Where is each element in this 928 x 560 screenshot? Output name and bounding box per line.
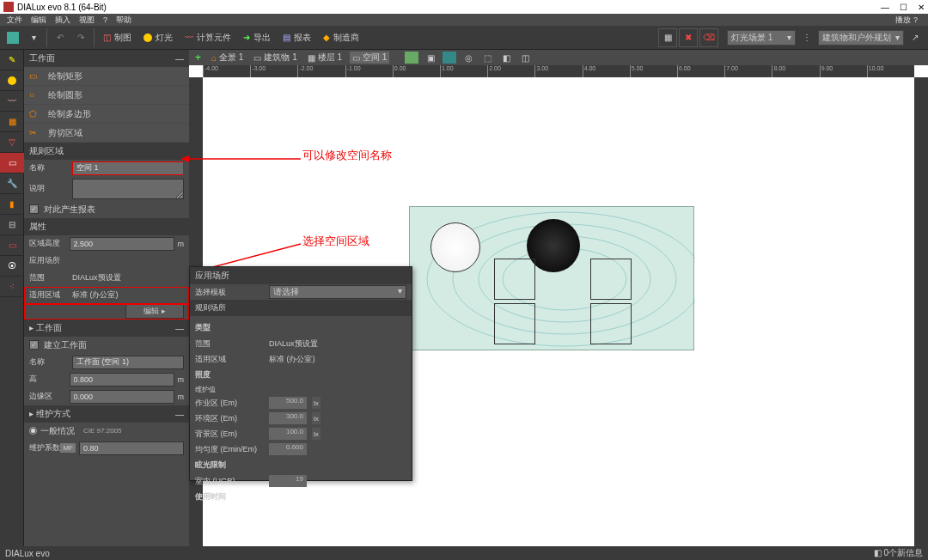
lt-bulb[interactable] [0,70,24,91]
vbtn5[interactable]: ⬚ [480,52,494,64]
calc-point-3[interactable] [494,303,535,344]
status-right[interactable]: ◧ 0个新信息 [874,547,923,559]
tab-export[interactable]: ➜导出 [238,28,276,47]
template-label: 选择模板 [195,287,264,298]
lt-plan[interactable]: ▭ [0,153,24,173]
luminaire-1[interactable] [430,222,480,272]
worker-v[interactable]: 500.0 [269,397,307,409]
sec-worksurface[interactable]: 工作面— [24,50,189,67]
vt-building[interactable]: ▭建筑物 1 [251,52,299,64]
space-name-input[interactable] [72,161,184,175]
status-left: DIALux evo [5,549,50,558]
menu-file[interactable]: 文件 [3,15,26,26]
lt-l7[interactable]: ▭ [0,235,24,256]
view-select[interactable]: 建筑物和户外规划▾ [818,30,904,46]
calc-point-2[interactable] [590,259,632,300]
tool-a[interactable]: ▦ [658,28,677,47]
tool-c[interactable]: ⌫ [699,28,718,47]
menu-edit[interactable]: 编辑 [27,15,50,26]
p-scope-l: 范围 [195,338,264,350]
vbtn2[interactable]: ▣ [424,52,437,64]
vbtn4[interactable]: ◎ [461,52,475,64]
dropdown-button[interactable]: ▾ [24,28,43,47]
vt-all[interactable]: ⌂全景 1 [209,52,246,64]
unif-v[interactable]: 0.600 [269,443,307,455]
sec-ws2[interactable]: ▸ 工作面— [24,320,189,337]
side-panel: 工作面— ▭绘制矩形 ○绘制圆形 ⬠绘制多边形 ✂剪切区域 规则区域 名称 说明… [24,50,189,546]
lt-wrench[interactable]: 🔧 [0,173,24,194]
left-toolbar: ✎ 〰 ▦ ▽ ▭ 🔧 ▮ ⊟ ▭ ⦿ ⁖ [0,50,24,546]
tool-clip[interactable]: ✂剪切区域 [24,124,189,143]
edge-input[interactable] [70,390,174,404]
menu-q[interactable]: ? [100,15,111,24]
radio-general[interactable] [29,427,37,435]
vt-add[interactable]: + [192,52,204,64]
room-plan[interactable] [409,206,694,350]
scene-select[interactable]: 灯光场景 1▾ [727,30,796,46]
lt-bars[interactable]: ▮ [0,194,24,215]
tool-rect[interactable]: ▭绘制矩形 [24,67,189,86]
tab-light[interactable]: 灯光 [138,28,178,47]
menu-view[interactable]: 视图 [76,15,98,26]
lt-line[interactable]: 〰 [0,91,24,112]
tool-circle[interactable]: ○绘制圆形 [24,86,189,105]
desc-label: 说明 [29,183,72,194]
template-select[interactable]: 请选择▾ [269,285,406,299]
height-input[interactable] [70,237,174,251]
zone-value: 标准 (办公室) [72,289,119,301]
menu-insert[interactable]: 插入 [52,15,74,26]
save-button[interactable] [3,28,22,47]
vt-space[interactable]: ▭空间 1 [350,52,389,64]
redo-button[interactable]: ↷ [71,28,90,47]
scope-value: DIALux预设置 [72,272,121,283]
lt-area[interactable]: ▦ [0,112,24,132]
app-icon [3,2,14,12]
lt-cursor[interactable]: ✎ [0,50,24,70]
tab-report[interactable]: ▤报表 [278,28,316,47]
maximize-button[interactable]: ☐ [900,3,907,12]
vbtn6[interactable]: ◧ [499,52,513,64]
back-v[interactable]: 100.0 [269,428,307,440]
mf-badge: MF [60,443,76,453]
vbtn3[interactable] [443,52,456,64]
view-opt[interactable]: ↗ [906,28,925,47]
surround-v[interactable]: 300.0 [269,412,307,424]
undo-button[interactable]: ↶ [51,28,70,47]
height-label: 区域高度 [29,238,70,249]
ws-name-input[interactable] [72,356,184,369]
h2-input[interactable] [70,373,174,387]
mf-label: 维护系数 [29,442,60,453]
edge-label: 边缘区 [29,391,70,402]
tab-calc[interactable]: 〰计算元件 [180,28,236,47]
vbtn7[interactable]: ◫ [518,52,532,64]
vt-floor[interactable]: ▦楼层 1 [305,52,345,64]
vbtn1[interactable] [405,52,418,64]
statusbar: DIALux evo ◧ 0个新信息 [0,546,928,560]
worker-l: 作业区 (Em) [195,398,264,409]
surround-l: 环境区 (Em) [195,413,264,424]
calc-point-4[interactable] [590,303,632,344]
calc-point-1[interactable] [494,259,535,300]
lt-nodes[interactable]: ⁖ [0,277,24,297]
close-button[interactable]: ✕ [918,3,925,12]
tab-layout[interactable]: ◫制图 [98,28,137,47]
report-checkbox[interactable]: ✓ [29,204,39,214]
tab-vendor[interactable]: ◆制造商 [318,28,364,47]
mf-input[interactable] [79,441,184,455]
name2-label: 名称 [29,356,72,368]
menu-help[interactable]: 帮助 [113,15,135,26]
ugr-v[interactable]: 19 [269,475,307,487]
scene-opt[interactable]: ⋮ [797,28,816,47]
lt-split[interactable]: ⊟ [0,215,24,235]
lt-filter[interactable]: ▽ [0,132,24,153]
menu-play[interactable]: 播放 ? [892,15,921,26]
tool-b[interactable]: ✖ [679,28,698,47]
tool-poly[interactable]: ⬠绘制多边形 [24,105,189,124]
create-ws-checkbox[interactable]: ✓ [29,340,39,350]
desc-input[interactable] [72,179,184,199]
popup-section: 规则场所 [190,300,412,316]
edit-button[interactable]: 编辑 ▸ [125,304,184,319]
minimize-button[interactable]: — [881,3,889,12]
lt-scene[interactable]: ⦿ [0,256,24,277]
sec-maint[interactable]: ▸ 维护方式— [24,405,189,423]
